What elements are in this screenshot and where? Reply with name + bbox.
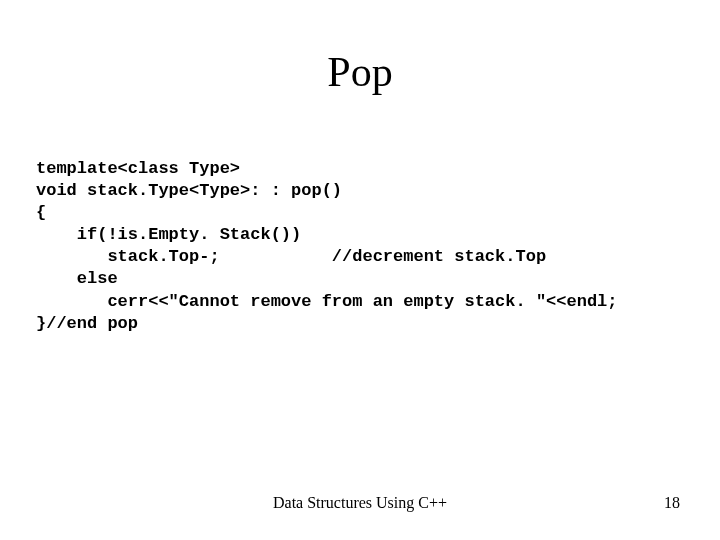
page-number: 18 bbox=[664, 494, 680, 512]
slide: Pop template<class Type> void stack.Type… bbox=[0, 0, 720, 540]
slide-title: Pop bbox=[0, 48, 720, 96]
footer-text: Data Structures Using C++ bbox=[0, 494, 720, 512]
code-block: template<class Type> void stack.Type<Typ… bbox=[36, 158, 684, 335]
